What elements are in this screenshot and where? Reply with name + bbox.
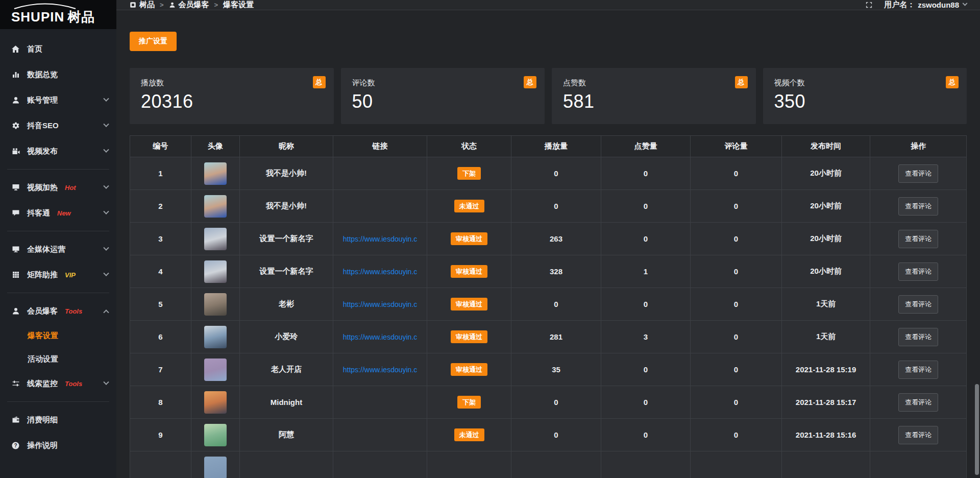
view-comments-button[interactable]: 查看评论	[898, 197, 938, 216]
cell-nickname: 我不是小帅!	[239, 157, 333, 190]
view-comments-button[interactable]: 查看评论	[898, 230, 938, 248]
sidebar-item-douyin-seo[interactable]: 抖音SEO	[0, 113, 116, 138]
cell-likes: 0	[601, 190, 690, 223]
stat-value: 50	[352, 91, 534, 112]
breadcrumb-separator: >	[160, 1, 164, 9]
status-badge: 审核通过	[451, 330, 487, 343]
cell-nickname: 阿慧	[239, 419, 333, 451]
sidebar-item-label: 账号管理	[27, 95, 58, 105]
sidebar-item-video-publish[interactable]: 视频发布	[0, 138, 116, 164]
vertical-scrollbar-thumb[interactable]	[975, 384, 979, 475]
chevron-down-icon	[103, 96, 109, 102]
sidebar-item-label: 消费明细	[27, 415, 58, 425]
col-header-avatar: 头像	[191, 136, 239, 157]
sidebar-divider	[7, 401, 109, 402]
col-header-id: 编号	[130, 136, 191, 157]
sidebar-item-account-management[interactable]: 账号管理	[0, 87, 116, 113]
cell-id: 6	[130, 321, 191, 353]
user-menu[interactable]: 用户名：zswodun88	[884, 0, 967, 10]
view-comments-button[interactable]: 查看评论	[898, 262, 938, 281]
cell-id: 4	[130, 255, 191, 288]
view-comments-button[interactable]: 查看评论	[898, 426, 938, 444]
sidebar-item-data-overview[interactable]: 数据总览	[0, 62, 116, 87]
cell-comments: 0	[691, 255, 782, 288]
brand-logo[interactable]: SHUPIN树品	[0, 0, 116, 29]
stat-card-comments: 评论数 50 总	[341, 68, 545, 124]
view-comments-button[interactable]: 查看评论	[898, 328, 938, 346]
sidebar-subitem-activity-settings[interactable]: 活动设置	[0, 347, 116, 371]
fullscreen-button[interactable]	[865, 1, 873, 9]
sidebar-item-member-baoke[interactable]: 会员爆客 Tools	[0, 298, 116, 324]
breadcrumb-separator: >	[214, 1, 218, 9]
chevron-down-icon	[103, 209, 109, 214]
cell-plays: 0	[511, 288, 601, 321]
sidebar-subitem-baoke-settings[interactable]: 爆客设置	[0, 324, 116, 347]
sidebar-item-clue-monitor[interactable]: 线索监控 Tools	[0, 371, 116, 396]
view-comments-button[interactable]: 查看评论	[898, 393, 938, 412]
topbar: 树品 > 会员爆客 > 爆客设置 用户名：zswodun88	[116, 0, 980, 10]
view-comments-button[interactable]: 查看评论	[898, 164, 938, 183]
avatar	[204, 326, 227, 348]
stat-value: 581	[563, 91, 745, 112]
status-badge: 未通过	[454, 200, 484, 212]
cell-comments: 0	[691, 386, 782, 419]
breadcrumb-item-root[interactable]: 树品	[130, 0, 155, 10]
total-badge: 总	[946, 76, 959, 88]
cell-publish-time: 2021-11-28 15:19	[781, 353, 870, 386]
view-comments-button[interactable]: 查看评论	[898, 295, 938, 314]
question-icon: ?	[11, 441, 20, 450]
promo-settings-button[interactable]: 推广设置	[130, 32, 177, 51]
total-badge: 总	[524, 76, 536, 88]
cell-nickname: 我不是小帅!	[239, 190, 333, 223]
status-badge: 下架	[457, 396, 481, 409]
video-link[interactable]: https://www.iesdouyin.c	[333, 366, 427, 374]
cell-publish-time: 20小时前	[781, 255, 870, 288]
cell-comments	[691, 451, 782, 478]
cell-likes	[601, 451, 690, 478]
home-icon	[11, 45, 20, 54]
cell-publish-time: 2021-11-28 15:17	[781, 386, 870, 419]
sidebar-item-matrix-boost[interactable]: 矩阵助推 VIP	[0, 262, 116, 288]
stat-cards: 播放数 20316 总 评论数 50 总 点赞数 581 总 视频个数 350	[130, 68, 967, 124]
table-row: 8 Midnight 下架 0 0 0 2021-11-28 15:17 查看评…	[130, 386, 967, 419]
cell-nickname	[239, 451, 333, 478]
new-badge: New	[57, 209, 71, 217]
sidebar-item-label: 视频加热	[27, 183, 58, 193]
sidebar-item-douketong[interactable]: 抖客通 New	[0, 200, 116, 226]
table-row: 5 老彬 https://www.iesdouyin.c 审核通过 0 0 0 …	[130, 288, 967, 321]
screen-icon	[11, 183, 20, 192]
video-link[interactable]: https://www.iesdouyin.c	[333, 235, 427, 243]
cell-publish-time: 2021-11-28 15:16	[781, 419, 870, 451]
grid-icon	[11, 271, 20, 279]
chevron-down-icon	[103, 183, 109, 189]
cell-id: 3	[130, 223, 191, 255]
view-comments-button[interactable]: 查看评论	[898, 361, 938, 379]
sidebar-item-omnimedia[interactable]: 全媒体运营	[0, 236, 116, 262]
sidebar-item-consumption-detail[interactable]: 消费明细	[0, 407, 116, 433]
video-camera-icon	[11, 147, 20, 156]
member-icon	[11, 307, 20, 316]
vip-badge: VIP	[65, 271, 76, 279]
breadcrumb-item-member-baoke[interactable]: 会员爆客	[169, 0, 209, 10]
cell-comments: 0	[691, 223, 782, 255]
chat-icon	[11, 209, 20, 218]
cell-id: 8	[130, 386, 191, 419]
main-area: 树品 > 会员爆客 > 爆客设置 用户名：zswodun88	[116, 0, 980, 478]
video-link[interactable]: https://www.iesdouyin.c	[333, 268, 427, 276]
stat-card-plays: 播放数 20316 总	[130, 68, 334, 124]
sidebar-item-home[interactable]: 首页	[0, 36, 116, 62]
video-link[interactable]: https://www.iesdouyin.c	[333, 333, 427, 341]
sidebar-item-label: 抖音SEO	[27, 121, 59, 131]
cell-plays: 35	[511, 353, 601, 386]
sidebar-item-instructions[interactable]: ? 操作说明	[0, 433, 116, 458]
username-label: 用户名：	[884, 0, 915, 10]
video-link[interactable]: https://www.iesdouyin.c	[333, 300, 427, 308]
chevron-down-icon	[103, 147, 109, 153]
chevron-up-icon	[103, 309, 109, 315]
videos-table: 编号 头像 昵称 链接 状态 播放量 点赞量 评论量 发布时间 操作	[130, 135, 967, 478]
breadcrumb: 树品 > 会员爆客 > 爆客设置	[130, 0, 254, 10]
sidebar-item-video-heating[interactable]: 视频加热 Hot	[0, 175, 116, 200]
cell-publish-time: 1天前	[781, 321, 870, 353]
chevron-down-icon	[963, 1, 968, 6]
app-window: SHUPIN树品 首页 数据总览 账号管理 抖音SEO	[0, 0, 980, 478]
